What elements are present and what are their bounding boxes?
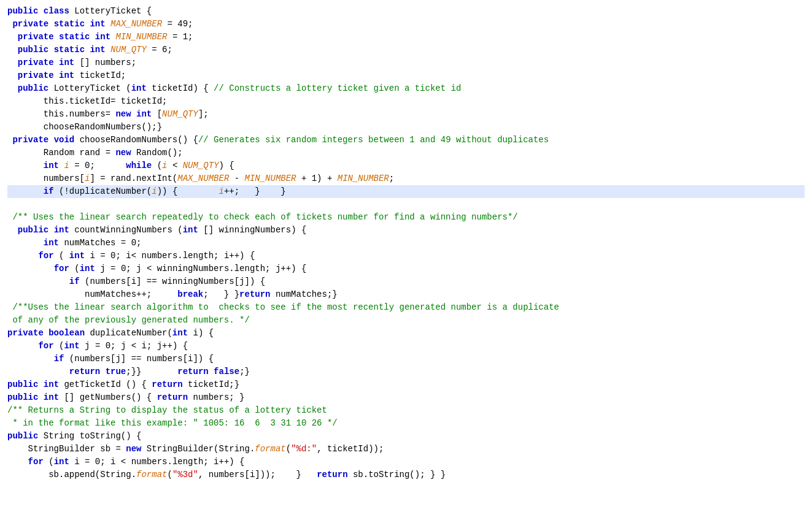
line-23: /**Uses the linear search algorithm to c… [7, 302, 559, 312]
line-3: private static int MIN_NUMBER = 1; [7, 32, 193, 42]
line-16: /** Uses the linear search repeatedly to… [7, 212, 518, 222]
line-11: private void chooseRandomNumbers() {// G… [7, 135, 549, 145]
line-7: public LotteryTicket (int ticketId) { //… [7, 83, 461, 93]
line-34: StringBuilder sb = new StringBuilder(Str… [7, 444, 384, 454]
line-9: this.numbers= new int [NUM_QTY]; [7, 109, 209, 119]
line-31: /** Returns a String to display the stat… [7, 405, 327, 415]
line-8: this.ticketId= ticketId; [7, 96, 167, 106]
line-30: public int [] getNumbers() { return numb… [7, 392, 245, 402]
line-12: Random rand = new Random(); [7, 148, 183, 158]
line-1: public class LotteryTicket { [7, 6, 152, 16]
line-29: public int getTicketId () { return ticke… [7, 380, 239, 389]
line-13: int i = 0; while (i < NUM_QTY) { [7, 161, 234, 170]
line-17: public int countWinningNumbers (int [] w… [7, 225, 306, 235]
line-35: for (int i = 0; i < numbers.length; i++)… [7, 457, 245, 467]
line-20: for (int j = 0; j < winningNumbers.lengt… [7, 264, 306, 273]
line-25: private boolean duplicateNumber(int i) { [7, 328, 214, 338]
line-5: private int [] numbers; [7, 58, 136, 67]
line-18: int numMatches = 0; [7, 238, 141, 248]
line-26: for (int j = 0; j < i; j++) { [7, 341, 188, 351]
line-28: return true;}} return false;} [7, 367, 250, 376]
line-15-highlight: if (!duplicateNumber(i)) { i++; } } [7, 185, 805, 198]
line-32: * in the format like this example: " 100… [7, 418, 338, 428]
code-editor: public class LotteryTicket { private sta… [0, 0, 812, 512]
line-22: numMatches++; break; } }return numMatche… [7, 289, 338, 299]
line-2: private static int MAX_NUMBER = 49; [7, 19, 193, 29]
line-6: private int ticketId; [7, 71, 126, 80]
line-24: of any of the previously generated numbe… [7, 315, 250, 325]
line-36: sb.append(String.format("%3d", numbers[i… [7, 470, 446, 480]
line-33: public String toString() { [7, 431, 141, 441]
line-4: public static int NUM_QTY = 6; [7, 45, 172, 55]
line-14: numbers[i] = rand.nextInt(MAX_NUMBER - M… [7, 174, 394, 183]
line-27: if (numbers[j] == numbers[i]) { [7, 354, 214, 364]
line-21: if (numbers[i] == winningNumbers[j]) { [7, 277, 265, 286]
line-10: chooseRandomNumbers();} [7, 122, 162, 132]
line-19: for ( int i = 0; i< numbers.length; i++)… [7, 251, 255, 261]
code-content: public class LotteryTicket { private sta… [7, 5, 805, 481]
